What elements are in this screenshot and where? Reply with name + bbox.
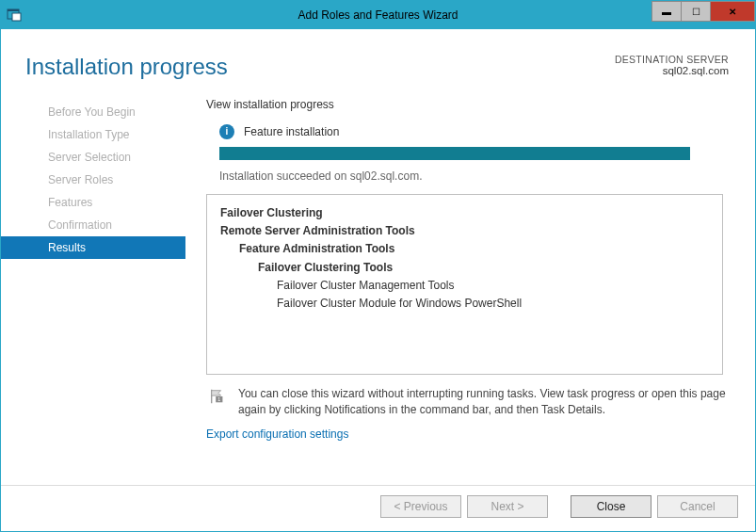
titlebar[interactable]: Add Roles and Features Wizard ▬ ☐ ✕ [1, 1, 755, 29]
info-icon: i [219, 124, 234, 139]
feature-item: Feature Administration Tools [220, 240, 709, 258]
sidebar-item-confirmation: Confirmation [1, 214, 185, 236]
cancel-button: Cancel [657, 495, 738, 518]
sidebar-item-results[interactable]: Results [1, 236, 185, 259]
next-button: Next > [467, 495, 548, 518]
close-window-button[interactable]: ✕ [710, 1, 755, 22]
app-icon [7, 8, 22, 23]
sidebar-item-installation-type: Installation Type [1, 123, 185, 146]
destination-server-block: DESTINATION SERVER sql02.sql.com [615, 54, 729, 80]
close-button[interactable]: Close [571, 495, 651, 518]
feature-item: Failover Clustering [220, 204, 709, 222]
previous-button: < Previous [380, 495, 461, 518]
window-buttons: ▬ ☐ ✕ [652, 1, 755, 29]
maximize-button[interactable]: ☐ [681, 1, 711, 22]
status-row: i Feature installation [219, 124, 729, 139]
header: Installation progress DESTINATION SERVER… [1, 29, 755, 80]
flag-icon: 1 [208, 388, 227, 405]
minimize-icon: ▬ [662, 7, 671, 17]
maximize-icon: ☐ [692, 7, 700, 17]
svg-rect-2 [12, 13, 21, 21]
status-text: Feature installation [244, 125, 339, 138]
note-row: 1 You can close this wizard without inte… [206, 386, 729, 418]
sidebar-item-server-selection: Server Selection [1, 146, 185, 169]
footer: < Previous Next > Close Cancel [1, 485, 755, 531]
main-pane: View installation progress i Feature ins… [185, 95, 755, 485]
export-config-link[interactable]: Export configuration settings [206, 427, 729, 441]
titlebar-title: Add Roles and Features Wizard [298, 8, 458, 22]
svg-text:1: 1 [217, 396, 220, 402]
destination-label: DESTINATION SERVER [615, 54, 729, 65]
note-text: You can close this wizard without interr… [238, 386, 729, 418]
succeeded-text: Installation succeeded on sql02.sql.com. [219, 169, 729, 183]
feature-item: Failover Cluster Management Tools [220, 277, 709, 295]
features-list: Failover Clustering Remote Server Admini… [206, 194, 723, 375]
sidebar: Before You Begin Installation Type Serve… [1, 95, 185, 485]
sidebar-item-features: Features [1, 191, 185, 214]
feature-item: Failover Clustering Tools [220, 259, 709, 277]
feature-item: Failover Cluster Module for Windows Powe… [220, 295, 709, 313]
progress-heading: View installation progress [206, 98, 729, 111]
content: Before You Begin Installation Type Serve… [1, 80, 755, 485]
page-title: Installation progress [25, 54, 228, 80]
minimize-button[interactable]: ▬ [651, 1, 682, 22]
close-icon: ✕ [729, 7, 736, 17]
wizard-window: Add Roles and Features Wizard ▬ ☐ ✕ Inst… [0, 0, 756, 532]
svg-rect-1 [8, 9, 19, 11]
sidebar-item-server-roles: Server Roles [1, 169, 185, 191]
button-gap [554, 495, 565, 518]
feature-item: Remote Server Administration Tools [220, 222, 709, 240]
sidebar-item-before-you-begin: Before You Begin [1, 101, 185, 123]
progress-bar [219, 147, 690, 160]
destination-value: sql02.sql.com [615, 65, 729, 76]
